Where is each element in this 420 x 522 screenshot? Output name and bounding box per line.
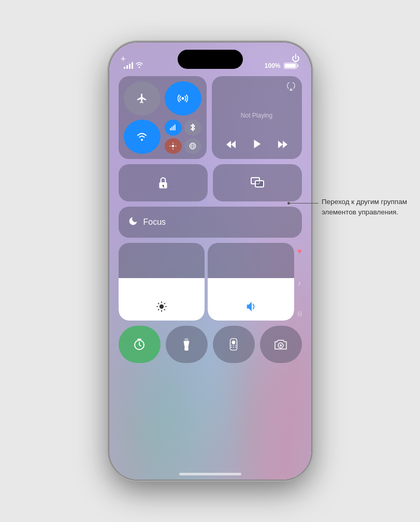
focus-label: Focus <box>143 218 166 227</box>
remote-button[interactable] <box>213 326 255 363</box>
rewind-button[interactable] <box>225 140 237 152</box>
dynamic-island <box>178 50 243 69</box>
sliders-container: ♥ ♪ (·) <box>119 243 302 321</box>
svg-rect-4 <box>175 124 176 130</box>
svg-marker-13 <box>278 140 283 148</box>
add-button[interactable]: + <box>121 54 126 65</box>
cellular-button[interactable] <box>165 120 182 136</box>
bottom-row <box>119 326 302 363</box>
svg-line-22 <box>158 303 158 304</box>
wifi-icon <box>135 61 143 69</box>
svg-rect-1 <box>170 128 171 130</box>
mid-row <box>119 164 302 201</box>
brightness-slider[interactable] <box>119 243 205 321</box>
svg-line-31 <box>139 345 141 346</box>
flashlight-button[interactable] <box>166 326 208 363</box>
power-button[interactable]: ⏻ <box>292 54 300 63</box>
airplay-icon[interactable] <box>286 82 296 93</box>
screen-mirror-button[interactable] <box>213 164 302 201</box>
media-header <box>218 82 296 93</box>
focus-button[interactable]: Focus <box>119 207 302 238</box>
volume-icon <box>245 301 257 314</box>
status-left <box>124 61 143 69</box>
svg-rect-2 <box>171 127 172 130</box>
svg-marker-11 <box>231 140 236 148</box>
battery-fill <box>285 64 296 68</box>
earth-button[interactable] <box>184 138 201 154</box>
timer-button[interactable] <box>119 326 161 363</box>
svg-marker-14 <box>283 140 287 148</box>
bar2 <box>126 65 128 69</box>
status-right: 100% <box>265 62 297 69</box>
svg-marker-28 <box>247 302 252 311</box>
svg-rect-18 <box>255 181 264 187</box>
svg-marker-12 <box>254 140 260 149</box>
annotation-text: Переход к другим группам элементов управ… <box>322 197 412 217</box>
battery-percent: 100% <box>265 62 281 69</box>
svg-point-7 <box>192 143 194 149</box>
svg-point-45 <box>280 344 282 346</box>
focus-ring-button[interactable] <box>165 138 182 154</box>
airdrop-button[interactable] <box>165 81 201 115</box>
bar3 <box>129 64 131 69</box>
forward-button[interactable] <box>277 140 288 152</box>
svg-point-5 <box>172 144 175 147</box>
svg-point-0 <box>182 97 184 100</box>
battery-icon <box>284 63 297 69</box>
svg-line-23 <box>164 309 165 310</box>
play-button[interactable] <box>251 138 263 153</box>
media-controls <box>218 138 296 153</box>
bluetooth-button[interactable] <box>184 120 201 136</box>
home-indicator <box>179 473 241 475</box>
svg-marker-10 <box>226 140 231 148</box>
side-icons: ♥ ♪ (·) <box>297 243 301 321</box>
sub-controls <box>165 120 201 154</box>
bar4 <box>132 62 133 69</box>
annotation-container: Переход к другим группам элементов управ… <box>287 197 412 217</box>
svg-line-26 <box>158 309 158 310</box>
svg-point-37 <box>232 341 235 344</box>
media-tile: Not Playing <box>212 76 302 159</box>
volume-slider[interactable] <box>208 243 294 321</box>
heart-icon: ♥ <box>297 247 301 255</box>
svg-rect-35 <box>184 347 188 351</box>
svg-rect-36 <box>230 339 237 350</box>
signal-rings-icon: (·) <box>298 310 301 316</box>
bar1 <box>124 67 125 69</box>
not-playing-label: Not Playing <box>218 112 296 119</box>
screen-lock-button[interactable] <box>119 164 208 201</box>
annotation-line <box>290 203 318 204</box>
focus-row: Focus <box>119 207 302 238</box>
svg-point-6 <box>190 143 196 149</box>
music-note-icon: ♪ <box>298 279 301 287</box>
control-center: Not Playing <box>119 76 302 464</box>
camera-button[interactable] <box>260 326 302 363</box>
svg-marker-34 <box>183 341 189 347</box>
wifi-toggle-button[interactable] <box>124 120 161 154</box>
brightness-icon <box>156 301 167 314</box>
airplane-mode-button[interactable] <box>124 81 161 115</box>
svg-rect-33 <box>184 338 188 341</box>
svg-point-19 <box>160 304 164 309</box>
svg-line-27 <box>164 303 165 304</box>
focus-moon-icon <box>128 216 138 229</box>
top-row: Not Playing <box>119 76 302 159</box>
svg-rect-3 <box>173 126 174 130</box>
connectivity-tile <box>119 76 207 159</box>
iphone-frame: + ⏻ 100% <box>109 42 311 480</box>
page-wrapper: + ⏻ 100% <box>0 0 420 522</box>
